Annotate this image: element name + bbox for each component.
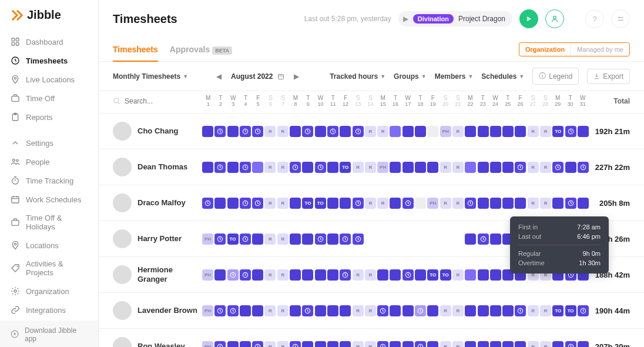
day-cell[interactable] bbox=[415, 198, 426, 209]
day-cell[interactable] bbox=[415, 341, 426, 348]
day-cell[interactable]: R bbox=[353, 341, 364, 348]
day-cell[interactable] bbox=[290, 198, 301, 209]
day-cell[interactable]: TO bbox=[552, 126, 564, 137]
day-cell[interactable] bbox=[402, 162, 414, 173]
day-cell[interactable] bbox=[402, 269, 414, 281]
day-cell[interactable] bbox=[478, 233, 489, 245]
day-cell[interactable]: R bbox=[540, 126, 551, 137]
day-cell[interactable]: R bbox=[365, 341, 376, 348]
day-cell[interactable]: R bbox=[365, 162, 376, 173]
day-cell[interactable] bbox=[465, 162, 476, 173]
day-cell[interactable] bbox=[227, 305, 239, 316]
day-cell[interactable] bbox=[490, 126, 501, 137]
day-cell[interactable] bbox=[214, 126, 226, 137]
employee-name[interactable]: Ron Weasley bbox=[137, 342, 185, 347]
scope-managed-by-me[interactable]: Managed by me bbox=[571, 43, 629, 56]
day-cell[interactable]: R bbox=[377, 126, 388, 137]
day-cell[interactable] bbox=[227, 269, 239, 281]
day-cell[interactable] bbox=[478, 162, 489, 173]
day-cell[interactable] bbox=[578, 126, 589, 137]
day-cell[interactable] bbox=[478, 269, 489, 281]
day-cell[interactable]: TO bbox=[302, 198, 313, 209]
sidebar-item-time-tracking[interactable]: Time Tracking bbox=[0, 171, 98, 190]
play-button[interactable] bbox=[519, 9, 538, 28]
day-cell[interactable] bbox=[390, 162, 401, 173]
day-cell[interactable] bbox=[427, 305, 438, 316]
day-cell[interactable] bbox=[214, 341, 226, 348]
day-cell[interactable] bbox=[240, 162, 251, 173]
tab-timesheets[interactable]: Timesheets bbox=[113, 38, 158, 61]
day-cell[interactable] bbox=[340, 198, 351, 209]
day-cell[interactable] bbox=[240, 269, 251, 281]
activity-pill[interactable]: ▶ Divination Project Dragon bbox=[398, 11, 512, 26]
day-cell[interactable] bbox=[353, 233, 364, 245]
day-cell[interactable] bbox=[302, 233, 313, 245]
day-cell[interactable] bbox=[315, 162, 326, 173]
day-cell[interactable] bbox=[502, 162, 514, 173]
day-cell[interactable] bbox=[240, 198, 251, 209]
day-cell[interactable] bbox=[427, 126, 438, 137]
day-cell[interactable] bbox=[515, 162, 526, 173]
day-cell[interactable] bbox=[315, 126, 326, 137]
day-cell[interactable] bbox=[290, 341, 301, 348]
scope-toggle[interactable]: Organization Managed by me bbox=[519, 42, 630, 56]
day-cell[interactable]: R bbox=[528, 198, 539, 209]
day-cell[interactable] bbox=[515, 305, 526, 316]
employee-name[interactable]: Draco Malfoy bbox=[137, 198, 186, 208]
day-cell[interactable] bbox=[478, 198, 489, 209]
day-cell[interactable] bbox=[402, 305, 414, 316]
day-cell[interactable] bbox=[202, 198, 213, 209]
day-cell[interactable] bbox=[315, 341, 326, 348]
day-cell[interactable]: R bbox=[452, 341, 464, 348]
day-cell[interactable] bbox=[214, 233, 226, 245]
employee-name[interactable]: Dean Thomas bbox=[137, 162, 187, 172]
day-cell[interactable] bbox=[227, 126, 239, 137]
day-cell[interactable] bbox=[490, 305, 501, 316]
employee-name[interactable]: Lavender Brown bbox=[137, 306, 197, 315]
day-cell[interactable]: R bbox=[353, 269, 364, 281]
day-cell[interactable]: PH bbox=[202, 233, 213, 245]
day-cell[interactable] bbox=[340, 341, 351, 348]
view-select[interactable]: Monthly Timesheets▼ bbox=[113, 72, 188, 81]
day-cell[interactable]: R bbox=[264, 269, 276, 281]
day-cell[interactable]: PH bbox=[427, 198, 438, 209]
day-cell[interactable] bbox=[353, 198, 364, 209]
day-cell[interactable] bbox=[465, 269, 476, 281]
day-cell[interactable] bbox=[478, 126, 489, 137]
day-cell[interactable]: TO bbox=[315, 198, 326, 209]
day-cell[interactable] bbox=[390, 126, 401, 137]
day-cell[interactable] bbox=[315, 305, 326, 316]
day-cell[interactable] bbox=[565, 198, 576, 209]
day-cell[interactable]: TO bbox=[427, 269, 438, 281]
day-cell[interactable] bbox=[240, 341, 251, 348]
day-cell[interactable]: R bbox=[277, 269, 289, 281]
day-cell[interactable] bbox=[327, 198, 338, 209]
day-cell[interactable] bbox=[578, 305, 589, 316]
day-cell[interactable] bbox=[565, 126, 576, 137]
sidebar-item-locations[interactable]: Locations bbox=[0, 236, 98, 255]
day-cell[interactable] bbox=[402, 126, 414, 137]
day-cell[interactable]: R bbox=[277, 341, 289, 348]
day-cell[interactable] bbox=[490, 198, 501, 209]
day-cell[interactable] bbox=[415, 269, 426, 281]
day-cell[interactable] bbox=[515, 126, 526, 137]
sidebar-item-organization[interactable]: Organization bbox=[0, 282, 98, 301]
day-cell[interactable]: R bbox=[377, 198, 388, 209]
day-cell[interactable] bbox=[578, 198, 589, 209]
day-cell[interactable] bbox=[390, 341, 401, 348]
day-cell[interactable] bbox=[402, 341, 414, 348]
day-cell[interactable]: R bbox=[452, 198, 464, 209]
brand-logo[interactable]: Jibble bbox=[0, 0, 98, 31]
day-cell[interactable] bbox=[515, 198, 526, 209]
sidebar-item-time-off-holidays[interactable]: Time Off & Holidays bbox=[0, 209, 98, 236]
day-cell[interactable] bbox=[490, 269, 501, 281]
day-cell[interactable] bbox=[465, 341, 476, 348]
day-cell[interactable]: R bbox=[264, 126, 276, 137]
day-cell[interactable]: R bbox=[452, 305, 464, 316]
day-cell[interactable] bbox=[340, 126, 351, 137]
day-cell[interactable]: R bbox=[353, 305, 364, 316]
day-cell[interactable]: R bbox=[528, 305, 539, 316]
tab-approvals[interactable]: ApprovalsBETA bbox=[170, 38, 232, 61]
day-cell[interactable]: R bbox=[440, 198, 451, 209]
day-cell[interactable] bbox=[252, 305, 263, 316]
